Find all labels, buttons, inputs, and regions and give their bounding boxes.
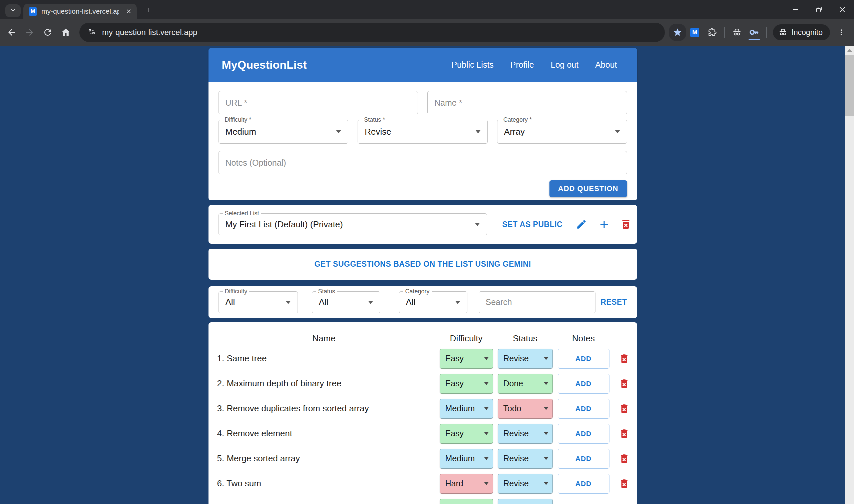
new-tab-button[interactable] bbox=[144, 6, 152, 14]
page-scrollbar[interactable] bbox=[845, 46, 854, 504]
row-difficulty-select[interactable]: Medium bbox=[440, 449, 493, 469]
table-row: 6. Two sum Hard Revise ADD bbox=[209, 471, 637, 496]
delete-question-icon[interactable] bbox=[618, 478, 630, 489]
chevron-down-icon bbox=[544, 407, 548, 410]
category-select[interactable]: Category * Array bbox=[497, 120, 627, 144]
edit-list-icon[interactable] bbox=[576, 219, 587, 230]
site-info-icon[interactable] bbox=[87, 27, 96, 37]
chevron-down-icon bbox=[544, 357, 548, 360]
row-status-select[interactable]: Revise bbox=[498, 349, 553, 369]
delete-question-icon[interactable] bbox=[618, 353, 630, 364]
reset-filters-button[interactable]: RESET bbox=[600, 298, 627, 307]
row-difficulty-select[interactable] bbox=[440, 499, 493, 504]
delete-question-icon[interactable] bbox=[618, 403, 630, 414]
app-nav: Public Lists Profile Log out About bbox=[451, 60, 617, 70]
row-difficulty-select[interactable]: Easy bbox=[440, 424, 493, 444]
chevron-down-icon bbox=[368, 301, 373, 304]
close-window-button[interactable] bbox=[831, 0, 854, 19]
header-name: Name bbox=[209, 333, 440, 344]
table-row: 5. Merge sorted array Medium Revise ADD bbox=[209, 446, 637, 471]
browser-tab[interactable]: M my-question-list.vercel.app/sig bbox=[23, 4, 137, 19]
delete-question-icon[interactable] bbox=[618, 378, 630, 389]
chevron-down-icon bbox=[484, 357, 489, 360]
add-question-button[interactable]: ADD QUESTION bbox=[550, 180, 627, 197]
row-difficulty-select[interactable]: Hard bbox=[440, 474, 493, 494]
status-select[interactable]: Status * Revise bbox=[358, 120, 488, 144]
name-input[interactable] bbox=[427, 91, 627, 114]
scrollbar-thumb[interactable] bbox=[845, 55, 854, 116]
url-text[interactable]: my-question-list.vercel.app bbox=[102, 28, 197, 37]
add-note-button[interactable]: ADD bbox=[558, 474, 609, 494]
filter-difficulty-select[interactable]: Difficulty All bbox=[219, 291, 298, 313]
gemini-suggestions-card: GET SUGGESTIONS BASED ON THE LIST USING … bbox=[209, 249, 637, 280]
minimize-button[interactable] bbox=[784, 0, 807, 19]
row-status-select[interactable]: Revise bbox=[498, 449, 553, 469]
gemini-suggestions-button[interactable]: GET SUGGESTIONS BASED ON THE LIST USING … bbox=[314, 260, 531, 269]
filter-status-select[interactable]: Status All bbox=[312, 291, 380, 313]
tab-close-icon[interactable] bbox=[125, 8, 132, 15]
row-status-select[interactable]: Revise bbox=[498, 474, 553, 494]
toolbar-right: M Incognito bbox=[669, 24, 854, 41]
m-extension-icon[interactable]: M bbox=[686, 24, 703, 41]
tab-strip: M my-question-list.vercel.app/sig bbox=[0, 0, 854, 19]
web-page: MyQuestionList Public Lists Profile Log … bbox=[0, 46, 854, 504]
add-note-button[interactable]: ADD bbox=[558, 424, 609, 444]
browser-toolbar: my-question-list.vercel.app M Incognito bbox=[0, 19, 854, 46]
row-status-select[interactable] bbox=[498, 499, 553, 504]
add-list-icon[interactable] bbox=[598, 218, 610, 231]
password-key-icon[interactable] bbox=[746, 24, 763, 41]
question-name: 4. Remove element bbox=[209, 428, 440, 439]
notes-input[interactable] bbox=[219, 151, 627, 174]
question-name: 2. Maximum depth of binary tree bbox=[209, 378, 440, 389]
table-row: ADD bbox=[209, 496, 637, 504]
extensions-puzzle-icon[interactable] bbox=[703, 24, 721, 41]
delete-question-icon[interactable] bbox=[618, 428, 630, 439]
set-as-public-button[interactable]: SET AS PUBLIC bbox=[502, 220, 563, 229]
nav-public-lists[interactable]: Public Lists bbox=[451, 60, 493, 70]
chevron-down-icon bbox=[285, 301, 291, 304]
row-status-select[interactable]: Todo bbox=[498, 399, 553, 419]
selected-list-select[interactable]: Selected List My First List (Default) (P… bbox=[219, 213, 487, 235]
tab-favicon: M bbox=[29, 7, 37, 16]
add-note-button[interactable]: ADD bbox=[558, 349, 609, 369]
nav-logout[interactable]: Log out bbox=[551, 60, 578, 70]
home-button[interactable] bbox=[57, 23, 75, 41]
table-row: 3. Remove duplicates from sorted array M… bbox=[209, 396, 637, 421]
browser-menu-icon[interactable] bbox=[833, 24, 850, 41]
row-difficulty-select[interactable]: Medium bbox=[440, 399, 493, 419]
row-status-select[interactable]: Done bbox=[498, 374, 553, 394]
back-button[interactable] bbox=[3, 23, 21, 41]
chevron-down-icon bbox=[544, 457, 548, 460]
restore-button[interactable] bbox=[807, 0, 831, 19]
reload-button[interactable] bbox=[39, 23, 57, 41]
nav-profile[interactable]: Profile bbox=[510, 60, 534, 70]
chevron-down-icon bbox=[544, 382, 548, 385]
nav-about[interactable]: About bbox=[595, 60, 617, 70]
url-input[interactable] bbox=[219, 91, 418, 114]
chevron-down-icon bbox=[615, 130, 620, 133]
chevron-down-icon bbox=[455, 301, 460, 304]
add-note-button[interactable]: ADD bbox=[558, 374, 609, 394]
tab-title: my-question-list.vercel.app/sig bbox=[41, 7, 119, 15]
filter-category-select[interactable]: Category All bbox=[399, 291, 467, 313]
tab-list-button[interactable] bbox=[5, 4, 21, 17]
row-status-select[interactable]: Revise bbox=[498, 424, 553, 444]
delete-list-icon[interactable] bbox=[620, 218, 632, 230]
difficulty-select[interactable]: Difficulty * Medium bbox=[219, 120, 349, 144]
row-difficulty-select[interactable]: Easy bbox=[440, 374, 493, 394]
window-controls bbox=[784, 0, 854, 19]
scrollbar-up-arrow[interactable] bbox=[845, 46, 854, 54]
add-note-button[interactable]: ADD bbox=[558, 399, 609, 419]
table-header-row: Name Difficulty Status Notes bbox=[209, 331, 637, 346]
forward-button[interactable] bbox=[21, 23, 39, 41]
add-note-button[interactable]: ADD bbox=[558, 449, 609, 469]
bookmark-star-icon[interactable] bbox=[669, 24, 686, 41]
incognito-extension-icon[interactable] bbox=[728, 24, 746, 41]
delete-question-icon[interactable] bbox=[618, 453, 630, 464]
chevron-down-icon bbox=[9, 6, 17, 15]
row-difficulty-select[interactable]: Easy bbox=[440, 349, 493, 369]
chevron-down-icon bbox=[475, 223, 480, 226]
address-bar[interactable]: my-question-list.vercel.app bbox=[80, 23, 665, 42]
chevron-down-icon bbox=[475, 130, 481, 133]
search-input[interactable] bbox=[479, 291, 595, 313]
